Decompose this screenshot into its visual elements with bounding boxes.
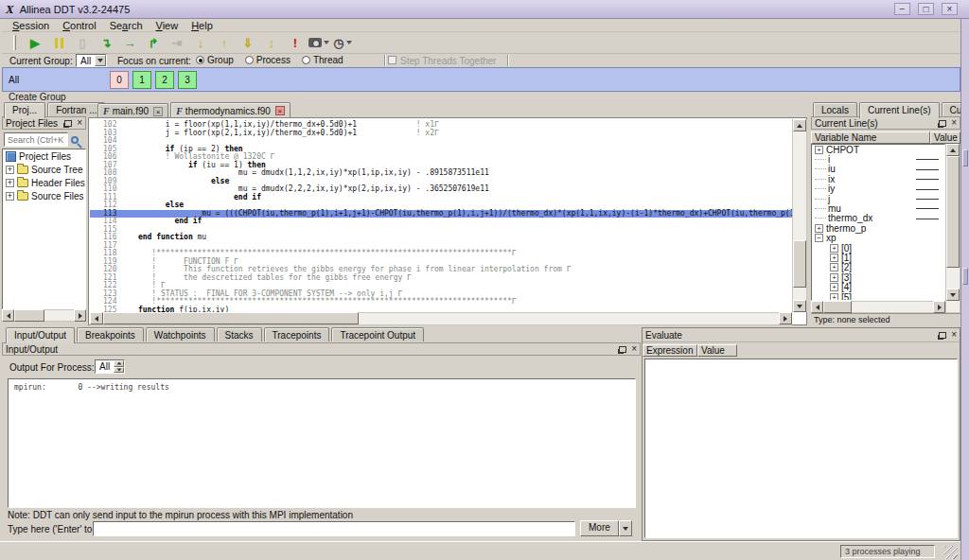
current-group-select[interactable]: All: [76, 54, 107, 67]
toolbar-handle[interactable]: [13, 35, 16, 50]
add-breakpoint-button[interactable]: ▯: [72, 33, 93, 52]
chevron-down-icon[interactable]: [95, 55, 106, 66]
create-group-hint[interactable]: Create Group: [2, 92, 960, 102]
send-input-field[interactable]: [93, 521, 575, 536]
run-to-line-button[interactable]: ⇥: [167, 33, 187, 52]
evaluate-list[interactable]: [644, 359, 958, 538]
column-value[interactable]: Value: [930, 131, 960, 144]
more-button[interactable]: More: [580, 520, 632, 536]
scroll-right-icon[interactable]: [933, 301, 945, 313]
focus-radio-group[interactable]: Group: [196, 55, 234, 65]
variable-row-ix[interactable]: ix: [812, 174, 944, 184]
file-tab-thermodynamics-f90[interactable]: Fthermodynamics.f90×: [170, 102, 291, 118]
expand-icon[interactable]: +: [6, 166, 14, 174]
tree-item-header-files[interactable]: +Header Files: [3, 176, 85, 189]
tab-input-output[interactable]: Input/Output: [6, 327, 75, 343]
process-box-0[interactable]: 0: [110, 71, 129, 89]
editor-hscrollbar[interactable]: [90, 312, 792, 325]
output-area[interactable]: mpirun: 0 -->writing results: [8, 378, 636, 508]
tab-locals[interactable]: Locals: [813, 102, 857, 116]
variable-row-mu[interactable]: mu: [812, 203, 944, 213]
variable-row-i[interactable]: i: [812, 154, 944, 164]
scroll-left-icon[interactable]: [811, 301, 823, 313]
search-icon[interactable]: [71, 136, 79, 144]
code-line-103[interactable]: 103 j = floor(xp(2,1,ix,iy)/thermo_dx+0.…: [90, 130, 792, 138]
expand-icon[interactable]: +: [815, 146, 823, 154]
code-line-116[interactable]: 116 end function mu: [90, 234, 792, 242]
up-stack-frame-button[interactable]: ↑: [214, 33, 235, 52]
variables-hscrollbar[interactable]: [811, 301, 945, 313]
scroll-up-icon[interactable]: [946, 144, 960, 156]
scroll-right-icon[interactable]: [74, 309, 86, 322]
scroll-right-icon[interactable]: [779, 312, 792, 324]
variable-row-iy[interactable]: iy: [812, 184, 944, 194]
scroll-thumb[interactable]: [823, 301, 852, 313]
variable-row-2[interactable]: +[2]: [812, 263, 944, 272]
dropdown-caret-icon[interactable]: [346, 41, 352, 44]
minimize-button[interactable]: −: [894, 3, 910, 15]
step-threads-checkbox[interactable]: [388, 56, 396, 64]
tree-item-project-files[interactable]: Project Files: [3, 149, 85, 163]
code-line-121[interactable]: 121 ! the descretized tables for the gib…: [90, 274, 792, 283]
scroll-thumb[interactable]: [946, 156, 960, 268]
close-panel-icon[interactable]: ×: [77, 119, 82, 127]
splitter-handle[interactable]: [962, 268, 968, 285]
code-line-111[interactable]: 111 end if: [90, 194, 792, 202]
stop-messages-button[interactable]: !: [285, 33, 306, 52]
chevron-down-icon[interactable]: [619, 520, 632, 536]
close-button[interactable]: ×: [942, 3, 958, 15]
close-tab-icon[interactable]: ×: [153, 107, 163, 116]
menu-session[interactable]: Session: [6, 20, 56, 31]
expand-icon[interactable]: +: [830, 283, 838, 291]
float-panel-icon[interactable]: [939, 120, 946, 127]
variable-row-4[interactable]: +[4]: [812, 282, 944, 291]
menu-search[interactable]: Search: [103, 20, 150, 31]
scroll-thumb[interactable]: [14, 309, 44, 322]
process-spinner[interactable]: All: [95, 359, 125, 374]
tree-item-source-tree[interactable]: +Source Tree: [3, 163, 85, 176]
dropdown-caret-icon[interactable]: [324, 41, 329, 44]
process-box-3[interactable]: 3: [178, 71, 197, 89]
tab-tracepoints[interactable]: Tracepoints: [264, 327, 330, 341]
variable-row-xp[interactable]: −xp: [812, 234, 944, 243]
scroll-down-icon[interactable]: [946, 289, 960, 301]
scroll-down-icon[interactable]: [793, 300, 806, 312]
spin-down-icon[interactable]: [114, 367, 124, 374]
expand-icon[interactable]: +: [815, 224, 823, 233]
variables-vscrollbar[interactable]: [945, 144, 960, 313]
step-out-button[interactable]: ↱: [143, 33, 164, 52]
code-view[interactable]: 102 i = floor(xp(1,1,ix,iy)/thermo_dx+0.…: [90, 119, 792, 312]
expand-icon[interactable]: +: [830, 254, 838, 262]
variable-row-j[interactable]: j: [812, 194, 944, 203]
menu-view[interactable]: View: [150, 20, 185, 31]
expand-icon[interactable]: +: [830, 293, 838, 301]
expand-icon[interactable]: +: [830, 244, 838, 253]
process-group-row[interactable]: All 0123: [2, 67, 960, 92]
close-panel-icon[interactable]: ×: [631, 345, 637, 353]
expand-icon[interactable]: +: [6, 192, 14, 201]
variable-row-5[interactable]: +[5]: [812, 292, 944, 301]
tab-breakpoints[interactable]: Breakpoints: [77, 327, 144, 341]
variable-row-iu[interactable]: iu: [812, 165, 944, 174]
screenshot-button[interactable]: [308, 33, 329, 52]
process-box-1[interactable]: 1: [132, 71, 151, 89]
tab-tracepoint-output[interactable]: Tracepoint Output: [331, 327, 424, 341]
tab-proj[interactable]: Proj...: [4, 102, 45, 118]
float-panel-icon[interactable]: [939, 332, 946, 339]
code-line-114[interactable]: 114 end if: [90, 218, 792, 226]
search-input[interactable]: [4, 132, 68, 147]
scroll-left-icon[interactable]: [2, 309, 14, 322]
variable-row-1[interactable]: +[1]: [812, 253, 944, 262]
tab-watchpoints[interactable]: Watchpoints: [146, 327, 215, 341]
tab-current-line-s[interactable]: Current Line(s): [859, 102, 940, 118]
close-tab-icon[interactable]: ×: [275, 106, 285, 115]
step-over-button[interactable]: →: [119, 33, 140, 52]
bottom-stack-frame-button[interactable]: ⇓: [238, 33, 258, 52]
scroll-thumb[interactable]: [103, 312, 359, 324]
column-expression[interactable]: Expression: [643, 344, 697, 357]
focus-radio-thread[interactable]: Thread: [302, 55, 344, 65]
editor-vscrollbar[interactable]: [792, 119, 807, 312]
down-stack-frame-button[interactable]: ↓: [190, 33, 211, 52]
scroll-left-icon[interactable]: [90, 312, 103, 324]
close-panel-icon[interactable]: ×: [951, 119, 957, 127]
